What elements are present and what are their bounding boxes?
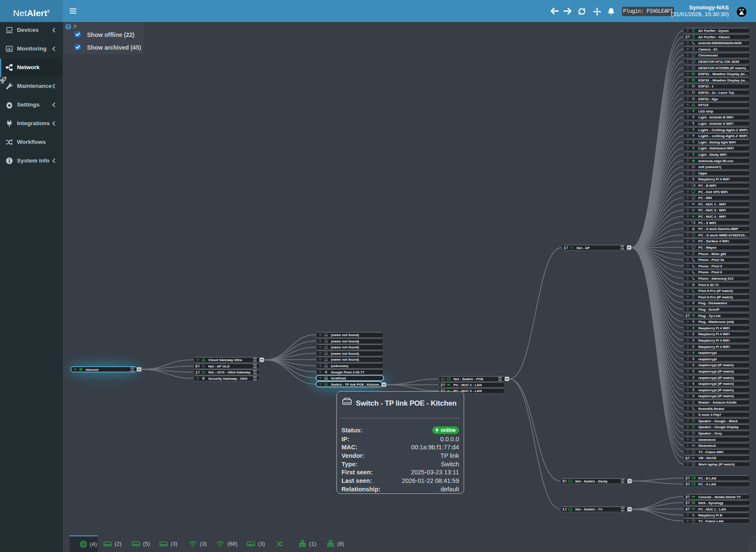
svg-text:TV - Frame LAN: TV - Frame LAN [698,519,723,523]
svg-text:5: 5 [196,364,198,368]
svg-text:Light - Study WiFi: Light - Study WiFi [698,153,727,157]
svg-text:PC - S WiFi: PC - S WiFi [698,221,716,225]
svg-text:PC - NUC 2 - LAN: PC - NUC 2 - LAN [454,383,482,387]
svg-text:Camera - E1: Camera - E1 [698,48,718,51]
svg-text:PC - Surface 4 WiFi: PC - Surface 4 WiFi [698,239,729,243]
svg-text:PC - B LAN: PC - B LAN [698,476,716,480]
svg-text:Redmi5A-Redmi: Redmi5A-Redmi [698,407,724,411]
svg-text:Net - AP: Net - AP [577,246,590,250]
svg-text:LED strip: LED strip [698,109,713,113]
svg-text:Raspberry Pi 4 WiFi: Raspberry Pi 4 WiFi [698,326,730,330]
svg-text:Light - Sideboard WiFi: Light - Sideboard WiFi [698,146,734,150]
svg-text:KP115: KP115 [698,103,708,107]
svg-text:raspberrypi (IP match): raspberrypi (IP match) [698,382,734,386]
svg-text:Light - ceiling-light-2 WiFi: Light - ceiling-light-2 WiFi [698,134,748,138]
svg-text:Chromecast: Chromecast [698,53,718,57]
svg-text:Net - Switch - TV: Net - Switch - TV [575,507,602,511]
svg-text:3: 3 [686,482,688,486]
svg-text:Raspberry Pi 4 WiFi: Raspberry Pi 4 WiFi [698,339,730,342]
svg-text:PC - S LAN: PC - S LAN [698,482,716,486]
svg-text:Light - bedside B WiFi: Light - bedside B WiFi [698,115,734,119]
svg-text:Speaker - Grey: Speaker - Grey [698,432,722,435]
svg-text:Air Purifier - Xiaomi: Air Purifier - Xiaomi [698,35,730,39]
svg-text:2: 2 [441,383,443,387]
svg-text:raspberrypi (IP match): raspberrypi (IP match) [698,388,734,392]
svg-text:Raspberry Pi 4 WiFi: Raspberry Pi 4 WiFi [698,177,730,181]
svg-text:3: 3 [563,479,565,483]
svg-text:ESP32 - Weather Display (w...: ESP32 - Weather Display (w... [698,78,748,82]
svg-text:3: 3 [686,495,688,499]
svg-text:Light - Ceiling-light-1 WiFi: Light - Ceiling-light-1 WiFi [698,128,748,132]
svg-text:Phone - Moto g82: Phone - Moto g82 [698,252,726,256]
svg-text:Net - Switch - POE: Net - Switch - POE [454,377,484,381]
svg-text:Light - Dining light WiFi: Light - Dining light WiFi [698,140,736,144]
svg-text:null (camera?): null (camera?) [698,165,721,169]
svg-text:Raspberry Pi 4 WiFi: Raspberry Pi 4 WiFi [698,345,730,349]
svg-text:PC - Wayne: PC - Wayne [698,246,717,249]
svg-text:Work laptop (IP match): Work laptop (IP match) [698,462,735,466]
svg-text:Oppo: Oppo [698,171,707,175]
svg-text:1: 1 [564,246,566,250]
svg-text:raspberrypi: raspberrypi [698,357,717,361]
svg-text:PC - NUC 1 - WiFi: PC - NUC 1 - WiFi [698,202,726,206]
svg-text:Google Pixel 3 66:77: Google Pixel 3 66:77 [331,370,364,374]
svg-text:Internet: Internet [86,368,98,372]
svg-text:TV - Frame WiFi: TV - Frame WiFi [698,450,724,454]
svg-text:2: 2 [686,314,688,318]
svg-text:(name not found): (name not found) [331,345,359,349]
svg-text:raspberrypi (IP match): raspberrypi (IP match) [698,394,734,398]
svg-text:Net - AP OLD: Net - AP OLD [208,364,230,368]
svg-text:2: 2 [686,501,688,505]
svg-text:steamdeck: steamdeck [698,438,716,442]
svg-text:5: 5 [686,456,688,460]
svg-text:Phone - Samsung S10: Phone - Samsung S10 [698,277,734,280]
svg-text:2: 2 [686,476,688,480]
svg-text:S mum Z-Flip7: S mum Z-Flip7 [698,413,722,417]
svg-text:Raspberry Pi 4 WiFi: Raspberry Pi 4 WiFi [698,332,730,336]
svg-text:(unknown): (unknown) [331,364,348,368]
svg-text:motorola-edge-50-neo: motorola-edge-50-neo [698,159,734,163]
svg-text:raspberrypi (IP match): raspberrypi (IP match) [698,363,734,367]
svg-text:4: 4 [686,507,688,511]
svg-text:Phone - Pixel 3a: Phone - Pixel 3a [698,258,724,262]
svg-text:Security Gateway - USG: Security Gateway - USG [208,377,247,381]
svg-text:(name not found): (name not found) [331,339,359,343]
svg-text:PC - MSI: PC - MSI [698,196,712,200]
svg-text:PC - NUC 4 - WiFi: PC - NUC 4 - WiFi [698,215,726,219]
svg-text:Net - Switch - Study: Net - Switch - Study [575,479,608,483]
svg-text:Air Purifier - Dyson: Air Purifier - Dyson [698,29,729,33]
svg-text:Speaker - Google Display: Speaker - Google Display [698,425,739,429]
svg-text:PC - NUC 1 - LAN: PC - NUC 1 - LAN [698,507,726,511]
svg-text:Net - UCG - Ultra Gateway: Net - UCG - Ultra Gateway [208,370,251,374]
svg-text:ESP32 - 1n - Laser Toy: ESP32 - 1n - Laser Toy [698,91,734,95]
svg-text:(name not found): (name not found) [331,333,359,337]
svg-text:DESKTOP-IV7E55N (IP match): DESKTOP-IV7E55N (IP match) [698,66,746,70]
svg-text:1: 1 [196,370,198,375]
svg-text:DESKTOP-H71L7GE 1E99: DESKTOP-H71L7GE 1E99 [698,60,739,64]
svg-text:Pixel-9-Pro (IP match): Pixel-9-Pro (IP match) [698,289,733,293]
svg-text:PC - NUC 3 - WiFi: PC - NUC 3 - WiFi [698,208,726,212]
svg-text:PC - Dell XPS WiFi: PC - Dell XPS WiFi [698,190,728,194]
svg-text:Pixel-6 82:72: Pixel-6 82:72 [698,283,719,287]
svg-text:Pixel-9-Pro (IP match): Pixel-9-Pro (IP match) [698,295,733,299]
svg-text:raspberrypi: raspberrypi [698,351,717,355]
svg-text:PC - S work MMD-67082015...: PC - S work MMD-67082015... [698,233,748,237]
svg-text:Speaker - Google - Black: Speaker - Google - Black [698,419,738,423]
svg-text:NAS - Synology: NAS - Synology [698,501,724,505]
svg-text:ESP32 - 1: ESP32 - 1 [698,84,714,88]
svg-text:Plug - Washroom (old): Plug - Washroom (old) [698,320,734,324]
svg-text:Raspberry Pi B: Raspberry Pi B [698,513,722,517]
svg-text:Plug - Dishwasher: Plug - Dishwasher [698,301,727,305]
svg-text:raspberrypi (IP match): raspberrypi (IP match) [698,376,734,380]
svg-text:Phone - Pixel 6: Phone - Pixel 6 [698,270,722,274]
svg-text:Switch - TP link POE - Kitchen: Switch - TP link POE - Kitchen [331,383,379,387]
svg-text:ESP32 - Weather Display (bl...: ESP32 - Weather Display (bl... [698,72,748,76]
svg-text:Phone - Pixel 6: Phone - Pixel 6 [698,264,722,268]
svg-text:?: ? [67,24,70,29]
svg-text:(name not found): (name not found) [331,358,359,361]
svg-text:PC - B WiFi: PC - B WiFi [698,184,716,188]
svg-text:(name not found): (name not found) [331,352,359,356]
svg-text:Console - Nvidia Shield TV: Console - Nvidia Shield TV [698,495,741,499]
svg-text:Plug - Sonoff: Plug - Sonoff [698,308,719,311]
svg-text:ESP32 - ttgo: ESP32 - ttgo [698,97,718,101]
